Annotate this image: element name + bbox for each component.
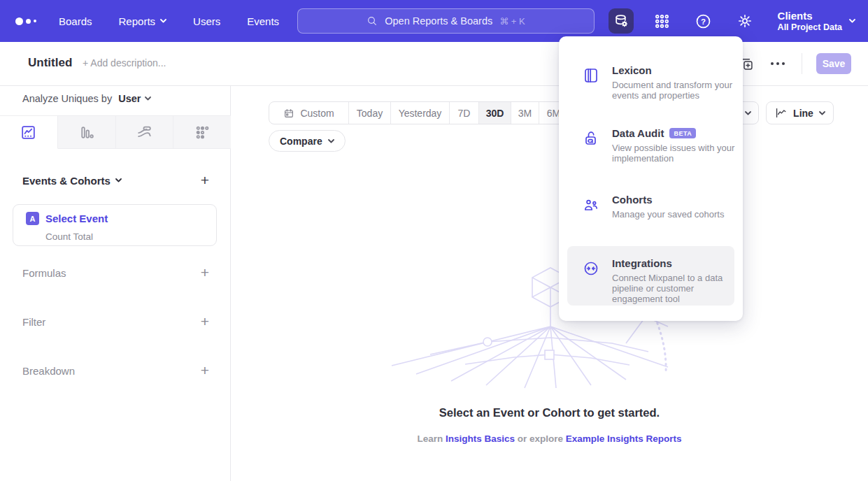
add-filter-button[interactable]: + xyxy=(201,315,209,329)
analyze-value: User xyxy=(118,93,141,104)
cohorts-description: Manage your saved cohorts xyxy=(612,209,735,220)
integrations-description: Connect Mixpanel to a data pipeline or c… xyxy=(612,273,734,304)
range-7d[interactable]: 7D xyxy=(450,102,479,124)
more-options-button[interactable] xyxy=(768,59,788,68)
add-formula-button[interactable]: + xyxy=(201,266,209,280)
lexicon-title: Lexicon xyxy=(612,64,735,76)
help-icon: ? xyxy=(695,13,712,30)
add-event-button[interactable]: + xyxy=(201,173,209,187)
range-7d-label: 7D xyxy=(458,108,471,119)
insights-basics-link[interactable]: Insights Basics xyxy=(446,433,515,444)
filter-row: Filter + xyxy=(22,313,209,331)
tab-bar-chart[interactable] xyxy=(58,116,116,148)
chevron-down-icon xyxy=(145,96,151,101)
range-custom-label: Custom xyxy=(300,108,334,119)
tab-flow-chart[interactable] xyxy=(116,116,174,148)
nav-boards[interactable]: Boards xyxy=(59,15,92,27)
event-series-badge: A xyxy=(26,212,39,225)
empty-state-title: Select an Event or Cohort to get started… xyxy=(231,406,868,419)
range-yesterday[interactable]: Yesterday xyxy=(391,102,450,124)
events-cohorts-toggle[interactable]: Events & Cohorts xyxy=(22,175,122,187)
range-yesterday-label: Yesterday xyxy=(399,108,442,119)
line-chart-icon xyxy=(20,124,37,141)
empty-learn-text: Learn xyxy=(417,433,446,444)
nav-events[interactable]: Events xyxy=(247,15,279,27)
example-reports-link[interactable]: Example Insights Reports xyxy=(566,433,682,444)
metric-grid-icon xyxy=(194,124,211,141)
nav-boards-label: Boards xyxy=(59,15,92,27)
nav-right-cluster: ? Clients All Project Data xyxy=(609,0,855,42)
chevron-down-icon xyxy=(328,139,334,143)
lexicon-book-icon xyxy=(583,67,599,84)
lexicon-description: Document and transform your events and p… xyxy=(612,80,735,101)
search-placeholder: Open Reports & Boards xyxy=(385,15,492,27)
nav-events-label: Events xyxy=(247,15,279,27)
add-breakdown-button[interactable]: + xyxy=(201,364,209,378)
chart-type-tabs xyxy=(0,115,231,149)
events-cohorts-header: Events & Cohorts + xyxy=(22,171,209,189)
chart-type-selector[interactable]: Line xyxy=(766,101,834,124)
mixpanel-logo-icon[interactable] xyxy=(15,17,46,25)
event-card[interactable]: A Select Event Count Total xyxy=(13,204,217,246)
range-3m-label: 3M xyxy=(518,108,532,119)
database-gear-icon xyxy=(613,13,629,29)
beta-badge: BETA xyxy=(669,128,696,138)
search-icon xyxy=(367,15,378,27)
help-button[interactable]: ? xyxy=(691,8,716,34)
events-cohorts-label: Events & Cohorts xyxy=(22,175,111,187)
chevron-down-icon xyxy=(115,178,122,182)
project-scope: All Project Data xyxy=(778,22,842,33)
line-type-icon xyxy=(774,106,788,120)
save-button[interactable]: Save xyxy=(816,53,851,74)
report-actions: Save xyxy=(739,52,851,76)
query-sidebar: Analyze Uniques by User Events xyxy=(0,86,231,481)
nav-users[interactable]: Users xyxy=(193,15,220,27)
nav-users-label: Users xyxy=(193,15,220,27)
calendar-icon xyxy=(283,108,294,119)
select-event-label[interactable]: Select Event xyxy=(45,213,108,224)
analyze-uniques-control[interactable]: Analyze Uniques by User xyxy=(22,93,151,104)
range-today-label: Today xyxy=(357,108,383,119)
cohorts-title: Cohorts xyxy=(612,194,735,206)
search-shortcut: ⌘ + K xyxy=(499,16,525,27)
formulas-row: Formulas + xyxy=(22,264,209,282)
chart-type-label: Line xyxy=(793,108,813,119)
data-management-dropdown: Lexicon Document and transform your even… xyxy=(559,36,743,321)
range-custom[interactable]: Custom xyxy=(269,102,349,124)
count-total-label[interactable]: Count Total xyxy=(45,231,93,242)
svg-text:?: ? xyxy=(701,17,706,25)
tab-metric-grid[interactable] xyxy=(173,116,231,148)
empty-mid-text: or explore xyxy=(515,433,566,444)
menu-item-integrations[interactable]: Integrations Connect Mixpanel to a data … xyxy=(567,246,734,306)
range-3m[interactable]: 3M xyxy=(511,102,539,124)
flow-chart-icon xyxy=(136,124,153,141)
range-today[interactable]: Today xyxy=(349,102,391,124)
report-canvas: Custom Today Yesterday 7D 30D 3M 6M Comp… xyxy=(231,86,868,481)
nav-reports[interactable]: Reports xyxy=(119,15,167,27)
project-selector[interactable]: Clients All Project Data xyxy=(778,10,855,33)
cohorts-users-icon xyxy=(583,196,599,213)
chevron-down-icon xyxy=(160,19,166,23)
project-name: Clients xyxy=(778,10,842,22)
range-30d-selected[interactable]: 30D xyxy=(479,102,511,124)
bar-chart-icon xyxy=(78,124,95,141)
breakdown-label: Breakdown xyxy=(22,365,75,377)
compare-label: Compare xyxy=(280,136,322,147)
settings-button[interactable] xyxy=(732,8,757,34)
integrations-title: Integrations xyxy=(612,257,734,269)
header-divider xyxy=(802,53,802,74)
data-management-button[interactable] xyxy=(609,8,634,34)
compare-button[interactable]: Compare xyxy=(269,130,346,152)
nav-reports-label: Reports xyxy=(119,15,156,27)
apps-grid-button[interactable] xyxy=(650,8,675,34)
data-audit-title: Data Audit xyxy=(612,127,664,139)
report-title[interactable]: Untitled xyxy=(28,56,72,70)
tab-line-chart[interactable] xyxy=(0,116,58,149)
breakdown-row: Breakdown + xyxy=(22,361,209,380)
global-search-input[interactable]: Open Reports & Boards ⌘ + K xyxy=(297,8,595,34)
integrations-sync-icon xyxy=(583,260,599,277)
chevron-down-icon xyxy=(745,111,751,115)
filter-label: Filter xyxy=(22,316,45,328)
report-description-field[interactable]: + Add description... xyxy=(83,57,166,69)
formulas-label: Formulas xyxy=(22,267,66,279)
